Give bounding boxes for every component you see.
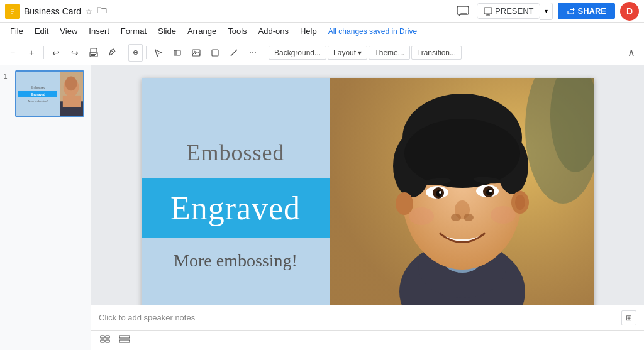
- thumb-engraved-bar: Engraved: [18, 91, 57, 97]
- svg-line-18: [231, 50, 237, 56]
- menu-tools[interactable]: Tools: [223, 25, 252, 38]
- engraved-container[interactable]: Engraved: [142, 178, 330, 238]
- share-label: SHARE: [577, 6, 606, 16]
- menu-file[interactable]: File: [5, 25, 28, 38]
- layout-label: Layout ▾: [333, 48, 362, 57]
- document-title: Business Card: [24, 6, 81, 16]
- text-tool-button[interactable]: [169, 44, 186, 62]
- paint-format-button[interactable]: [104, 44, 121, 62]
- toolbar-separator-3: [146, 46, 147, 59]
- star-icon[interactable]: ☆: [85, 6, 93, 16]
- svg-rect-11: [91, 55, 95, 56]
- svg-point-12: [96, 53, 97, 54]
- svg-point-16: [194, 51, 195, 52]
- toolbar-right: ∧: [623, 44, 640, 62]
- autosave-notice: All changes saved in Drive: [328, 27, 417, 36]
- notes-expand-button[interactable]: ⊞: [621, 310, 636, 325]
- menu-format[interactable]: Format: [116, 25, 152, 38]
- toolbar-separator-1: [43, 46, 44, 59]
- present-dropdown-button[interactable]: ▾: [540, 3, 553, 20]
- zoom-percent-button[interactable]: ⊖: [128, 44, 143, 62]
- notes-placeholder[interactable]: Click to add speaker notes: [99, 313, 621, 322]
- title-bar-right: PRESENT ▾ SHARE D: [454, 2, 639, 21]
- notes-area: Click to add speaker notes ⊞: [91, 305, 644, 330]
- svg-rect-56: [106, 336, 109, 338]
- shape-tool-button[interactable]: [206, 44, 224, 62]
- svg-point-52: [515, 195, 525, 210]
- menu-addons[interactable]: Add-ons: [253, 25, 294, 38]
- list-view-button[interactable]: [118, 334, 131, 347]
- menu-bar: File Edit View Insert Format Slide Arran…: [0, 23, 644, 40]
- toolbar: − + ↩ ↪ ⊖: [0, 40, 644, 65]
- thumb-right: [60, 72, 83, 116]
- folder-icon[interactable]: [97, 6, 107, 16]
- background-button[interactable]: Background...: [269, 46, 326, 60]
- select-tool-button[interactable]: [150, 44, 167, 62]
- canvas-area: Embossed Engraved More embossing!: [91, 65, 644, 305]
- transition-button[interactable]: Transition...: [411, 46, 462, 60]
- svg-rect-2: [11, 11, 14, 12]
- menu-view[interactable]: View: [55, 25, 82, 38]
- zoom-out-button[interactable]: −: [4, 44, 21, 62]
- theme-button[interactable]: Theme...: [369, 46, 409, 60]
- thumb-more-embossing-text: More embossing!: [28, 99, 48, 102]
- svg-rect-13: [174, 50, 180, 55]
- line-tool-button[interactable]: [225, 44, 243, 62]
- svg-rect-3: [11, 13, 13, 14]
- transition-label: Transition...: [417, 48, 456, 57]
- autosave-link[interactable]: All changes saved in Drive: [328, 27, 417, 36]
- menu-help[interactable]: Help: [295, 25, 322, 38]
- collapse-toolbar-button[interactable]: ∧: [623, 44, 640, 62]
- title-bar: Business Card ☆ PRESENT ▾: [0, 0, 644, 23]
- engraved-text: Engraved: [154, 190, 318, 227]
- menu-slide[interactable]: Slide: [153, 25, 181, 38]
- svg-point-36: [404, 119, 520, 188]
- slide-item-1[interactable]: 1 Embossed Engraved More embossing!: [4, 70, 87, 117]
- grid-view-button[interactable]: [99, 334, 113, 347]
- svg-point-48: [451, 214, 461, 221]
- toolbar-separator-4: [265, 46, 265, 59]
- svg-point-43: [436, 190, 442, 197]
- present-label: PRESENT: [495, 6, 533, 16]
- layout-button[interactable]: Layout ▾: [328, 46, 367, 60]
- svg-point-45: [439, 191, 441, 194]
- toolbar-separator-2: [125, 46, 125, 59]
- svg-rect-1: [11, 9, 14, 10]
- svg-rect-59: [119, 336, 130, 338]
- slides-panel: 1 Embossed Engraved More embossing!: [0, 65, 91, 350]
- slide-thumbnail-1[interactable]: Embossed Engraved More embossing!: [15, 70, 84, 117]
- menu-edit[interactable]: Edit: [30, 25, 53, 38]
- more-embossing-text[interactable]: More embossing!: [174, 244, 297, 283]
- redo-button[interactable]: ↪: [66, 44, 84, 62]
- svg-point-49: [464, 214, 474, 221]
- zoom-level-label: ⊖: [133, 48, 138, 57]
- user-avatar[interactable]: D: [620, 2, 639, 21]
- svg-rect-23: [63, 96, 80, 107]
- svg-point-44: [486, 189, 492, 195]
- bottom-bar: [91, 330, 644, 350]
- canvas-column: Embossed Engraved More embossing!: [91, 65, 644, 350]
- svg-point-21: [65, 77, 77, 91]
- embossed-text[interactable]: Embossed: [187, 127, 285, 172]
- menu-arrange[interactable]: Arrange: [182, 25, 221, 38]
- print-button[interactable]: [85, 44, 103, 62]
- zoom-in-button[interactable]: +: [23, 44, 40, 62]
- background-label: Background...: [274, 48, 321, 57]
- svg-rect-57: [101, 340, 104, 342]
- present-button[interactable]: PRESENT: [477, 3, 540, 19]
- person-photo: [330, 78, 594, 305]
- menu-insert[interactable]: Insert: [84, 25, 114, 38]
- theme-label: Theme...: [374, 48, 404, 57]
- svg-rect-5: [484, 8, 492, 14]
- image-tool-button[interactable]: [187, 44, 205, 62]
- svg-rect-17: [212, 50, 218, 56]
- svg-rect-4: [457, 6, 469, 14]
- slide-number-1: 1: [4, 70, 11, 80]
- slide-canvas[interactable]: Embossed Engraved More embossing!: [142, 78, 594, 305]
- thumb-person: [60, 72, 83, 116]
- comment-button[interactable]: [454, 3, 472, 20]
- thumb-left: Embossed Engraved More embossing!: [16, 72, 60, 116]
- share-button[interactable]: SHARE: [558, 3, 615, 19]
- undo-button[interactable]: ↩: [47, 44, 65, 62]
- more-shapes-button[interactable]: ⋯: [244, 44, 262, 62]
